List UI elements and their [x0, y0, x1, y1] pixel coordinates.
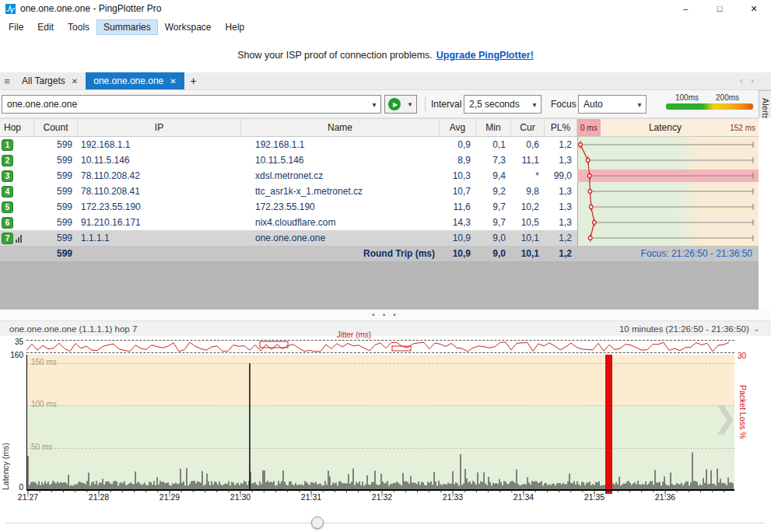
tab-all-targets[interactable]: All Targets ✕	[14, 72, 86, 89]
focus-range-text: Focus: 21:26:50 - 21:36:50	[577, 246, 759, 261]
header-pl[interactable]: PL%	[545, 119, 577, 136]
hop-badge: 4	[2, 186, 13, 198]
summary-cur: 10,1	[511, 246, 545, 261]
min-cell: 9,2	[476, 184, 511, 199]
add-tab-icon[interactable]: +	[184, 72, 203, 89]
tab-target[interactable]: one.one.one.one ✕	[86, 72, 184, 89]
min-cell: 7,3	[476, 152, 511, 168]
latency-sparkline-cell	[577, 230, 759, 246]
packet-loss-cell: 1,3	[545, 152, 577, 168]
name-cell: 172.23.55.190	[241, 199, 440, 215]
chevron-down-icon: ▾	[528, 100, 541, 109]
ip-cell: 192.168.1.1	[78, 137, 241, 152]
menu-edit[interactable]: Edit	[30, 19, 61, 35]
latency-scale-max: 152 ms	[730, 124, 759, 132]
packet-loss-max-label: 30	[738, 352, 746, 360]
table-row-hop-4[interactable]: 459978.110.208.41ttc_asr1k-x_1.metronet.…	[0, 184, 759, 199]
min-cell: 9,7	[476, 215, 511, 230]
menu-help[interactable]: Help	[219, 19, 252, 35]
table-header: Hop Count IP Name Avg Min Cur PL% 0 ms L…	[0, 118, 759, 137]
name-cell: 10.11.5.146	[241, 152, 440, 168]
hop-cell: 5	[0, 199, 34, 215]
expand-chevron-icon[interactable]: ❯	[713, 401, 738, 435]
start-button[interactable]: ▶	[384, 95, 405, 114]
header-cur[interactable]: Cur	[511, 119, 545, 136]
chevron-down-icon: ▾	[368, 100, 380, 109]
avg-cell: 0,9	[440, 137, 476, 152]
packet-loss-cell: 1,3	[545, 199, 577, 215]
y-axis-title: Latency (ms)	[1, 366, 10, 490]
interval-combobox[interactable]: 2,5 seconds ▾	[464, 95, 541, 114]
packet-loss-cell: 1,3	[545, 215, 577, 230]
timeline-scrollbar-track[interactable]	[6, 523, 765, 523]
cur-cell: 10,5	[511, 215, 545, 230]
latency-title: Latency	[649, 122, 682, 133]
chevron-down-icon: ▾	[633, 100, 646, 109]
latency-sparkline-cell	[577, 168, 759, 184]
focus-combobox[interactable]: Auto ▾	[578, 95, 647, 114]
header-ip[interactable]: IP	[78, 119, 241, 136]
chevron-left-icon[interactable]: ‹	[740, 75, 743, 86]
table-row-hop-1[interactable]: 1599192.168.1.1192.168.1.10,90,10,61,2	[0, 137, 759, 152]
upgrade-link[interactable]: Upgrade PingPlotter!	[436, 50, 534, 61]
close-icon[interactable]: ✕	[737, 0, 771, 17]
table-row-hop-2[interactable]: 259910.11.5.14610.11.5.1468,97,311,11,3	[0, 152, 759, 168]
hop-cell: 6	[0, 215, 34, 230]
menu-file[interactable]: File	[2, 19, 30, 35]
summary-pl: 1,2	[545, 246, 577, 261]
menu-tools[interactable]: Tools	[61, 19, 96, 35]
start-dropdown-button[interactable]: ▾	[404, 95, 417, 114]
chevron-right-icon[interactable]: ›	[751, 75, 754, 86]
latency-scale-min: 0 ms	[577, 119, 601, 136]
window-title: one.one.one.one - PingPlotter Pro	[20, 3, 161, 14]
cur-cell: 9,8	[511, 184, 545, 199]
table-row-hop-6[interactable]: 659991.210.16.171nix4.cloudflare.com14,3…	[0, 215, 759, 230]
maximize-icon[interactable]: □	[703, 0, 737, 17]
header-name[interactable]: Name	[241, 119, 440, 136]
tab-label: All Targets	[22, 75, 65, 86]
latency-gradient-bar	[666, 103, 753, 110]
hop-cell: 7	[0, 230, 34, 246]
latency-sparkline-cell	[577, 184, 759, 199]
splitter-handle[interactable]: • • •	[0, 310, 771, 320]
latency-sparkline-cell	[577, 215, 759, 230]
header-count[interactable]: Count	[34, 119, 78, 136]
header-latency[interactable]: 0 ms Latency 152 ms	[577, 119, 759, 136]
avg-cell: 8,9	[440, 152, 476, 168]
count-cell: 599	[34, 215, 78, 230]
header-hop[interactable]: Hop	[0, 119, 34, 136]
avg-cell: 10,3	[440, 168, 476, 184]
min-cell: 9,7	[476, 199, 511, 215]
legend-200ms: 200ms	[716, 93, 739, 102]
min-cell: 9,0	[476, 230, 511, 246]
tab-menu-icon[interactable]: ≡	[0, 72, 14, 89]
upgrade-banner: Show your ISP proof of connection proble…	[0, 37, 771, 72]
cur-cell: *	[511, 168, 545, 184]
timeline-scrollbar-handle[interactable]	[311, 516, 324, 529]
ip-cell: 172.23.55.190	[78, 199, 241, 215]
hop-badge: 2	[2, 155, 13, 166]
jitter-chart	[26, 340, 734, 353]
header-min[interactable]: Min	[476, 119, 511, 136]
table-row-hop-7[interactable]: 75991.1.1.1one.one.one.one10,99,010,11,2	[0, 230, 759, 246]
hop-badge: 1	[2, 139, 13, 151]
target-combobox[interactable]: one.one.one.one ▾	[2, 95, 381, 114]
ip-cell: 91.210.16.171	[78, 215, 241, 230]
table-row-hop-3[interactable]: 359978.110.208.42xdsl.metronet.cz10,39,4…	[0, 168, 759, 184]
header-avg[interactable]: Avg	[440, 119, 476, 136]
minimize-icon[interactable]: –	[668, 0, 703, 17]
focus-label: Focus	[551, 99, 576, 110]
table-row-hop-5[interactable]: 5599172.23.55.190172.23.55.19011,69,710,…	[0, 199, 759, 215]
hop-cell: 3	[0, 168, 34, 184]
play-icon: ▶	[388, 98, 401, 110]
avg-cell: 10,7	[440, 184, 476, 199]
y-max-label: 160	[3, 351, 23, 359]
target-value: one.one.one.one	[2, 99, 368, 110]
menu-summaries[interactable]: Summaries	[96, 19, 158, 35]
ip-cell: 10.11.5.146	[78, 152, 241, 168]
close-tab-icon[interactable]: ✕	[72, 77, 78, 86]
menu-workspace[interactable]: Workspace	[158, 19, 219, 35]
name-cell: one.one.one.one	[241, 230, 440, 246]
close-tab-icon[interactable]: ✕	[170, 77, 176, 86]
round-trip-summary-row[interactable]: 599 Round Trip (ms) 10,9 9,0 10,1 1,2 Fo…	[0, 246, 759, 261]
